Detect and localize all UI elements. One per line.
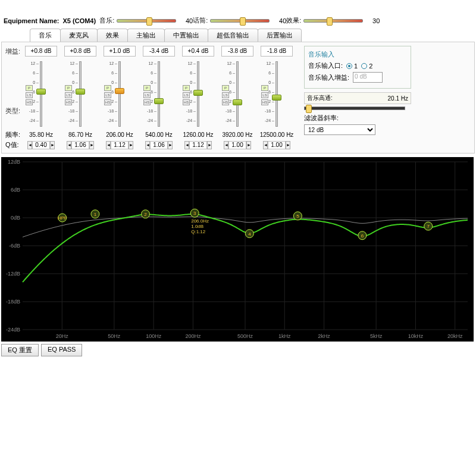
header-slider-2[interactable]: 效果: 30 [286, 16, 380, 25]
tab-5[interactable]: 超低音输出 [208, 29, 258, 42]
band-type-P-2[interactable]: P [104, 85, 111, 91]
q-down-5[interactable]: ◄ [224, 141, 228, 149]
q-up-2[interactable]: ► [129, 141, 133, 149]
gain-slider-3[interactable]: 12 –6 –0 –-6 –-12 –-18 –-24 – PLSHS [147, 61, 171, 127]
header-bar: Equipment Name: X5 (COM4) 音乐: 40 话筒: 40 … [0, 15, 476, 26]
svg-text:2: 2 [144, 212, 147, 217]
q-down-3[interactable]: ◄ [145, 141, 150, 149]
band-type-HS-0[interactable]: HS [26, 99, 33, 105]
q-up-1[interactable]: ► [89, 141, 94, 149]
gain-value-2[interactable]: +1.0 dB [104, 46, 136, 57]
band-type-LS-3[interactable]: LS [143, 92, 151, 98]
q-spinner-3[interactable]: ◄ 1.06 ► [141, 141, 177, 149]
input-gain-select[interactable]: 0 dB [353, 72, 383, 83]
svg-text:3: 3 [193, 211, 196, 216]
band-type-LS-1[interactable]: LS [65, 92, 72, 98]
svg-text:0dB: 0dB [11, 215, 20, 221]
header-slider-0[interactable]: 音乐: 40 [99, 16, 193, 25]
equipment-value: X5 (COM4) [63, 17, 96, 24]
band-type-HS-5[interactable]: HS [222, 99, 229, 105]
band-type-P-3[interactable]: P [143, 85, 151, 91]
filter-slope-select[interactable]: 12 dB [304, 124, 375, 135]
gain-slider-6[interactable]: 12 –6 –0 –-6 –-12 –-18 –-24 – PLSHS [265, 61, 289, 127]
svg-text:Q:1.12: Q:1.12 [191, 229, 206, 234]
band-type-HS-2[interactable]: HS [104, 99, 111, 105]
eq-pass-button[interactable]: EQ PASS [41, 344, 82, 356]
gain-value-5[interactable]: -3.8 dB [221, 46, 253, 57]
band-type-P-1[interactable]: P [65, 85, 72, 91]
band-type-HS-3[interactable]: HS [143, 99, 151, 105]
freq-value-4[interactable]: 1260.00 Hz [180, 131, 216, 138]
q-down-0[interactable]: ◄ [27, 141, 32, 149]
band-type-P-5[interactable]: P [222, 85, 229, 91]
freq-value-3[interactable]: 540.00 Hz [141, 131, 177, 138]
band-type-LS-5[interactable]: LS [222, 92, 229, 98]
gain-value-3[interactable]: -3.4 dB [143, 46, 175, 57]
gain-slider-4[interactable]: 12 –6 –0 –-6 –-12 –-18 –-24 – PLSHS [186, 61, 210, 127]
freq-value-2[interactable]: 206.00 Hz [102, 131, 137, 138]
label-freq: 频率: [5, 130, 23, 139]
band-type-P-4[interactable]: P [183, 85, 190, 91]
gain-value-4[interactable]: +0.4 dB [182, 46, 214, 57]
tab-3[interactable]: 主输出 [127, 29, 165, 42]
q-up-0[interactable]: ► [50, 141, 55, 149]
band-type-HS-4[interactable]: HS [183, 99, 190, 105]
q-spinner-0[interactable]: ◄ 0.40 ► [23, 141, 59, 149]
band-type-LS-4[interactable]: LS [183, 92, 190, 98]
q-down-1[interactable]: ◄ [67, 141, 71, 149]
band-type-LS-6[interactable]: LS [261, 92, 268, 98]
band-type-P-0[interactable]: P [26, 85, 33, 91]
freq-value-5[interactable]: 3920.00 Hz [220, 131, 255, 138]
tab-4[interactable]: 中置输出 [164, 29, 208, 42]
band-type-HS-6[interactable]: HS [261, 99, 268, 105]
freq-value-6[interactable]: 12500.00 Hz [259, 131, 295, 138]
svg-text:6: 6 [361, 233, 364, 239]
equipment-label: Equipment Name: [4, 17, 60, 24]
eq-reset-button[interactable]: EQ 重置 [1, 344, 39, 356]
freq-value-1[interactable]: 86.70 Hz [62, 131, 98, 138]
band-type-LS-0[interactable]: LS [26, 92, 33, 98]
tab-0[interactable]: 音乐 [30, 29, 61, 42]
svg-text:7: 7 [427, 224, 430, 229]
tab-6[interactable]: 后置输出 [258, 29, 302, 42]
svg-text:HPF: HPF [58, 215, 67, 221]
q-down-4[interactable]: ◄ [184, 141, 189, 149]
radio-port-1[interactable]: 1 [346, 62, 358, 70]
header-slider-1[interactable]: 话筒: 40 [193, 16, 286, 25]
gain-slider-1[interactable]: 12 –6 –0 –-6 –-12 –-18 –-24 – PLSHS [68, 61, 92, 127]
q-down-2[interactable]: ◄ [106, 141, 111, 149]
q-up-5[interactable]: ► [246, 141, 251, 149]
svg-text:50Hz: 50Hz [108, 333, 121, 339]
tab-2[interactable]: 效果 [97, 29, 128, 42]
svg-text:20kHz: 20kHz [447, 333, 463, 339]
svg-text:206.0Hz: 206.0Hz [191, 218, 209, 224]
q-spinner-1[interactable]: ◄ 1.06 ► [62, 141, 98, 149]
band-type-P-6[interactable]: P [261, 85, 268, 91]
highpass-row: 音乐高通: 20.1 Hz [304, 92, 411, 104]
q-spinner-6[interactable]: ◄ 1.00 ► [259, 141, 295, 149]
radio-port-2[interactable]: 2 [361, 62, 372, 70]
q-up-3[interactable]: ► [168, 141, 173, 149]
q-spinner-4[interactable]: ◄ 1.12 ► [180, 141, 216, 149]
svg-text:500Hz: 500Hz [237, 333, 253, 339]
freq-value-0[interactable]: 35.80 Hz [23, 131, 59, 138]
gain-slider-0[interactable]: 12 –6 –0 –-6 –-12 –-18 –-24 – PLSHS [29, 61, 53, 127]
gain-value-6[interactable]: -1.8 dB [261, 46, 293, 57]
gain-slider-5[interactable]: 12 –6 –0 –-6 –-12 –-18 –-24 – PLSHS [226, 61, 249, 127]
svg-text:-18dB: -18dB [6, 299, 20, 305]
q-down-6[interactable]: ◄ [263, 141, 268, 149]
q-up-4[interactable]: ► [207, 141, 212, 149]
band-type-LS-2[interactable]: LS [104, 92, 111, 98]
highpass-slider[interactable] [304, 107, 405, 110]
svg-text:10kHz: 10kHz [408, 333, 424, 339]
gain-value-0[interactable]: +0.8 dB [25, 46, 57, 57]
gain-slider-2[interactable]: 12 –6 –0 –-6 –-12 –-18 –-24 – PLSHS [108, 61, 131, 127]
tab-1[interactable]: 麦克风 [60, 29, 98, 42]
band-type-HS-1[interactable]: HS [65, 99, 72, 105]
q-up-6[interactable]: ► [286, 141, 290, 149]
gain-value-1[interactable]: +0.8 dB [64, 46, 96, 57]
svg-text:5: 5 [296, 214, 299, 219]
q-spinner-2[interactable]: ◄ 1.12 ► [102, 141, 137, 149]
q-spinner-5[interactable]: ◄ 1.00 ► [220, 141, 255, 149]
eq-chart[interactable]: 12dB6dB0dB-6dB-12dB-18dB-24dB20Hz50Hz100… [1, 157, 474, 342]
